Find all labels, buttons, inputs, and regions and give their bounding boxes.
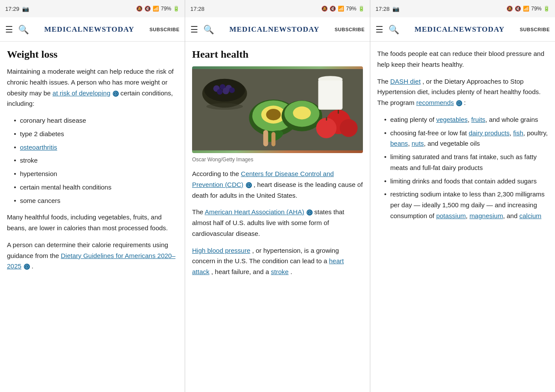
nuts-link[interactable]: nuts [411, 140, 424, 147]
nav-bar-1: ☰ 🔍 MedicalNewsToday SUBSCRIBE [0, 17, 185, 42]
weight-loss-para2: Many healthful foods, including vegetabl… [7, 212, 178, 234]
subscribe-button-3[interactable]: SUBSCRIBE [520, 27, 550, 32]
status-bar-1: 17:29 📷 🔕 🔇 📶 79% 🔋 [0, 0, 185, 17]
list-item: restricting sodium intake to less than 2… [384, 189, 548, 221]
status-icons-2: 🔕 🔇 📶 79% 🔋 [321, 6, 365, 12]
heart-health-title: Heart health [192, 49, 363, 60]
heart-health-para2: The American Heart Association (AHA) ⓘ s… [192, 207, 363, 239]
status-time-1: 17:29 📷 [5, 6, 29, 12]
aha-link[interactable]: American Heart Association (AHA) [205, 208, 304, 216]
fruits-link[interactable]: fruits [471, 116, 486, 123]
osteoarthritis-link[interactable]: osteoarthritis [20, 144, 57, 151]
subscribe-button-1[interactable]: SUBSCRIBE [150, 27, 180, 32]
beans-link[interactable]: beans [390, 140, 408, 147]
image-caption: Oscar Wong/Getty Images [192, 157, 363, 163]
logo-1: MedicalNewsToday [34, 25, 144, 34]
hamburger-icon-1[interactable]: ☰ [5, 24, 13, 35]
nav-bar-2: ☰ 🔍 MedicalNewsToday SUBSCRIBE [185, 17, 370, 42]
magnesium-link[interactable]: magnesium [470, 212, 503, 219]
heart-health-intro: The foods people eat can reduce their bl… [377, 49, 548, 70]
list-item: osteoarthritis [14, 142, 178, 153]
dash-recommendations-list: eating plenty of vegetables, fruits, and… [384, 114, 548, 222]
list-item: coronary heart disease [14, 115, 178, 126]
list-item: limiting saturated and trans fat intake,… [384, 152, 548, 173]
list-item: choosing fat-free or low fat dairy produ… [384, 128, 548, 150]
weight-loss-para1: Maintaining a moderate weight can help r… [7, 66, 178, 109]
svg-point-12 [266, 109, 281, 120]
high-blood-pressure-link[interactable]: High blood pressure [192, 247, 250, 254]
at-risk-link[interactable]: at risk of developing [52, 89, 110, 97]
food-image [192, 66, 363, 153]
panel-heart-health-2: 17:28 📷 🔕 🔇 📶 79% 🔋 ☰ 🔍 MedicalNewsToday… [370, 0, 555, 392]
camera-icon-3: 📷 [392, 6, 399, 12]
status-time-3: 17:28 📷 [375, 6, 399, 12]
potassium-link[interactable]: potassium [436, 212, 466, 219]
svg-point-20 [316, 118, 336, 138]
dash-diet-para: The DASH diet , or the Dietary Approache… [377, 76, 548, 108]
status-bar-2: 17:28 🔕 🔇 📶 79% 🔋 [185, 0, 370, 17]
heart-health-para1: According to the Centers for Disease Con… [192, 169, 363, 201]
stroke-link[interactable]: stroke [271, 268, 289, 275]
search-icon-2[interactable]: 🔍 [203, 24, 214, 35]
svg-point-6 [217, 89, 222, 95]
weight-loss-para3: A person can determine their calorie req… [7, 240, 178, 272]
svg-point-21 [340, 119, 358, 137]
svg-rect-26 [338, 110, 339, 114]
ref-icon-3: ⓘ [246, 182, 252, 188]
panels-container: 17:29 📷 🔕 🔇 📶 79% 🔋 ☰ 🔍 MedicalNewsToday… [0, 0, 555, 392]
status-time-2: 17:28 [190, 6, 205, 12]
subscribe-button-2[interactable]: SUBSCRIBE [335, 27, 365, 32]
content-heart-health-2: The foods people eat can reduce their bl… [370, 42, 555, 392]
list-item: hypertension [14, 169, 178, 180]
status-icons-1: 🔕 🔇 📶 79% 🔋 [136, 6, 180, 12]
svg-rect-18 [319, 80, 342, 109]
panel-heart-health: 17:28 🔕 🔇 📶 79% 🔋 ☰ 🔍 MedicalNewsToday S… [185, 0, 370, 392]
list-item: eating plenty of vegetables, fruits, and… [384, 114, 548, 125]
dairy-products-link[interactable]: dairy products [469, 129, 509, 137]
calcium-link[interactable]: calcium [519, 212, 542, 219]
ref-icon-2: ⓘ [24, 264, 30, 270]
list-item: type 2 diabetes [14, 129, 178, 140]
logo-3: MedicalNewsToday [405, 25, 515, 34]
ref-icon-1: ⓘ [113, 91, 119, 97]
search-icon-3[interactable]: 🔍 [388, 24, 399, 35]
vegetables-link[interactable]: vegetables [436, 116, 468, 123]
heart-health-para3: High blood pressure , or hypertension, i… [192, 245, 363, 278]
nav-bar-3: ☰ 🔍 MedicalNewsToday SUBSCRIBE [370, 17, 555, 42]
search-icon-1[interactable]: 🔍 [18, 24, 29, 35]
list-item: some cancers [14, 196, 178, 206]
svg-point-25 [206, 103, 243, 110]
content-heart-health: Heart health [185, 42, 370, 392]
status-icons-3: 🔕 🔇 📶 79% 🔋 [506, 6, 550, 12]
fish-link[interactable]: fish [513, 129, 523, 137]
list-item: certain mental health conditions [14, 182, 178, 193]
svg-rect-24 [271, 132, 275, 147]
svg-point-15 [293, 106, 311, 119]
svg-point-7 [222, 88, 229, 94]
list-item: stroke [14, 155, 178, 166]
panel-weight-loss: 17:29 📷 🔕 🔇 📶 79% 🔋 ☰ 🔍 MedicalNewsToday… [0, 0, 185, 392]
logo-2: MedicalNewsToday [219, 25, 330, 34]
list-item: limiting drinks and foods that contain a… [384, 176, 548, 187]
camera-icon: 📷 [22, 6, 29, 12]
ref-icon-5: ⓘ [456, 100, 462, 106]
hamburger-icon-2[interactable]: ☰ [190, 24, 198, 35]
hamburger-icon-3[interactable]: ☰ [375, 24, 383, 35]
weight-loss-title: Weight loss [7, 49, 178, 60]
conditions-list: coronary heart disease type 2 diabetes o… [14, 115, 178, 206]
recommends-link[interactable]: recommends [416, 99, 454, 106]
svg-rect-27 [326, 117, 327, 121]
svg-point-8 [229, 87, 235, 93]
ref-icon-4: ⓘ [307, 209, 313, 216]
status-bar-3: 17:28 📷 🔕 🔇 📶 79% 🔋 [370, 0, 555, 17]
content-weight-loss: Weight loss Maintaining a moderate weigh… [0, 42, 185, 392]
svg-rect-23 [263, 130, 268, 147]
dash-diet-link[interactable]: DASH diet [390, 78, 421, 85]
